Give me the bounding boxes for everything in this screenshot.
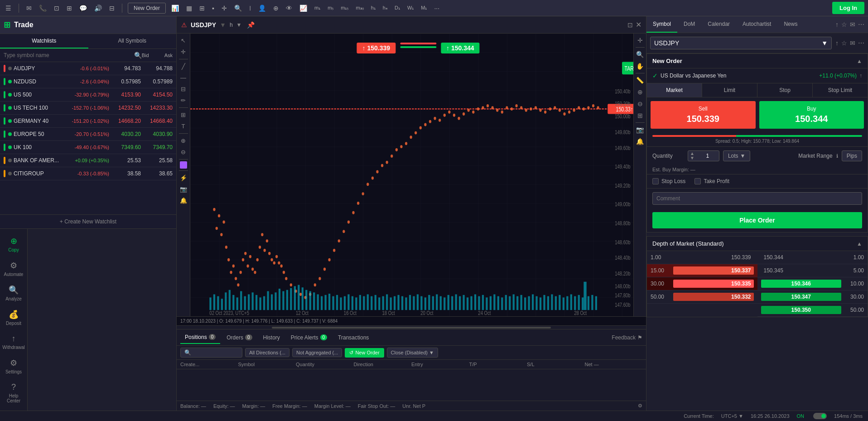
chart-timeframe[interactable]: h bbox=[230, 22, 233, 28]
comment-input[interactable] bbox=[652, 192, 862, 205]
list-item[interactable]: AUDJPY -0.6 (-0.01%) 94.783 94.788 bbox=[0, 62, 176, 75]
search-input[interactable] bbox=[4, 52, 134, 58]
list-item[interactable]: US 500 -32.90 (-0.79%) 4153.90 4154.50 bbox=[0, 88, 176, 102]
tab-autochartist[interactable]: Autochartist bbox=[736, 16, 777, 33]
channel-tool[interactable]: ⊟ bbox=[179, 84, 188, 94]
dots-icon[interactable]: ⋯ bbox=[858, 21, 864, 28]
share-icon[interactable]: ↑ bbox=[835, 21, 839, 28]
sell-box[interactable]: Sell 150.339 bbox=[651, 101, 756, 129]
timezone-value[interactable]: UTC+5 ▼ bbox=[721, 413, 743, 419]
tiles-icon[interactable]: ⊞ bbox=[198, 4, 207, 13]
favorite-btn[interactable]: ☆ bbox=[841, 39, 847, 47]
grid-icon[interactable]: ⊟ bbox=[107, 4, 116, 13]
timeframe-dropdown[interactable]: ▼ bbox=[236, 22, 242, 28]
collapse-btn[interactable]: ▲ bbox=[857, 58, 862, 64]
dots-icon[interactable]: ⁞ bbox=[247, 4, 253, 13]
list-item[interactable]: US TECH 100 -152.70 (-1.06%) 14232.50 14… bbox=[0, 102, 176, 115]
bar-icon[interactable]: ▪ bbox=[210, 4, 216, 13]
tab-stop[interactable]: Stop bbox=[757, 83, 813, 97]
m1-label[interactable]: m₁ bbox=[313, 4, 322, 12]
m15-label[interactable]: m₁₅ bbox=[339, 4, 350, 12]
email-icon[interactable]: ✉ bbox=[24, 4, 34, 13]
symbol-selector[interactable]: USDJPY ▼ bbox=[650, 37, 832, 49]
w1-label[interactable]: W₁ bbox=[405, 4, 415, 12]
tab-orders[interactable]: Orders 0 bbox=[222, 332, 256, 344]
take-profit-checkbox[interactable]: Take Profit bbox=[694, 178, 729, 184]
m30-label[interactable]: m₃₀ bbox=[354, 4, 366, 12]
bottom-search-input[interactable] bbox=[193, 350, 238, 355]
layers-icon[interactable]: ⊕ bbox=[271, 4, 280, 13]
ruler-rt-btn[interactable]: 📏 bbox=[635, 75, 645, 85]
sidebar-item-deposit[interactable]: 💰 Deposit bbox=[0, 306, 27, 329]
avatar-icon[interactable]: 👤 bbox=[256, 4, 268, 13]
tab-calendar[interactable]: Calendar bbox=[701, 16, 736, 33]
fib-tool[interactable]: ⊞ bbox=[179, 110, 188, 120]
list-item[interactable]: CITIGROUP -0.33 (-0.85%) 38.58 38.65 bbox=[0, 167, 176, 180]
sidebar-item-help[interactable]: ? Help Center bbox=[0, 379, 27, 407]
create-watchlist-button[interactable]: + Create New Watchlist bbox=[0, 214, 176, 228]
share-symbol-btn[interactable]: ↑ bbox=[835, 39, 839, 47]
pips-dropdown[interactable]: Pips bbox=[842, 150, 862, 161]
sidebar-item-settings[interactable]: ⚙ Settings bbox=[0, 354, 27, 378]
candle-icon[interactable]: 📈 bbox=[298, 4, 309, 13]
eye-icon[interactable]: 👁 bbox=[284, 4, 294, 13]
fit-rt-btn[interactable]: ⊞ bbox=[636, 111, 644, 121]
dom-collapse-btn[interactable]: ▲ bbox=[857, 241, 862, 247]
chart-expand-btn[interactable]: ⊡ bbox=[627, 20, 634, 29]
stop-loss-checkbox[interactable]: Stop Loss bbox=[652, 178, 685, 184]
search-icon[interactable]: 🔍 bbox=[232, 4, 244, 13]
star-icon[interactable]: ☆ bbox=[841, 21, 847, 28]
tab-symbol[interactable]: Symbol bbox=[646, 16, 677, 33]
magnet-tool[interactable]: ⚡ bbox=[178, 173, 189, 183]
status-settings-btn[interactable]: ⚙ bbox=[638, 403, 642, 409]
tab-market[interactable]: Market bbox=[647, 83, 702, 97]
quantity-input[interactable] bbox=[696, 151, 719, 161]
tab-all-symbols[interactable]: All Symbols bbox=[88, 34, 177, 48]
more-btn[interactable]: ⋯ bbox=[858, 39, 864, 47]
m-label[interactable]: M₁ bbox=[419, 4, 429, 12]
directions-dropdown[interactable]: All Directions (... bbox=[245, 348, 289, 357]
line-tool[interactable]: ╱ bbox=[180, 61, 187, 72]
chart-canvas[interactable]: ↑ 150.339 ↑ 150.344 bbox=[190, 34, 646, 316]
menu-icon[interactable]: ☰ bbox=[4, 4, 13, 13]
notify-btn[interactable]: ✉ bbox=[850, 39, 855, 47]
tab-limit[interactable]: Limit bbox=[702, 83, 757, 97]
sidebar-item-analyze[interactable]: 🔍 Analyze bbox=[0, 281, 27, 305]
more-icon[interactable]: ··· bbox=[432, 4, 441, 13]
tab-dom[interactable]: DoM bbox=[677, 16, 701, 33]
buy-box[interactable]: Buy 150.344 bbox=[759, 101, 864, 129]
list-item[interactable]: NZDUSD -2.6 (-0.04%) 0.57985 0.57989 bbox=[0, 75, 176, 88]
tab-news[interactable]: News bbox=[777, 16, 804, 33]
quantity-down-btn[interactable]: ▼ bbox=[688, 156, 696, 160]
chart-pin-icon[interactable]: 📌 bbox=[247, 21, 255, 29]
chart-scroll-bar[interactable] bbox=[177, 325, 646, 329]
h4-label[interactable]: h₄ bbox=[381, 4, 389, 12]
screenshot-rt-btn[interactable]: 📷 bbox=[635, 125, 645, 135]
chat-icon[interactable]: 💬 bbox=[77, 4, 89, 13]
screen-share-icon[interactable]: ⊡ bbox=[52, 4, 61, 13]
tab-watchlists[interactable]: Watchlists bbox=[0, 34, 88, 48]
sidebar-item-copy[interactable]: ⊕ Copy bbox=[0, 232, 27, 256]
sidebar-item-withdrawal[interactable]: ↑ Withdrawal bbox=[0, 330, 27, 353]
screenshot-tool[interactable]: 📷 bbox=[178, 184, 189, 194]
phone-icon[interactable]: 📞 bbox=[37, 4, 48, 13]
list-item[interactable]: UK 100 -49.40 (-0.67%) 7349.60 7349.70 bbox=[0, 141, 176, 154]
scroll-thumb[interactable] bbox=[272, 327, 551, 329]
mail-icon[interactable]: ✉ bbox=[850, 21, 855, 28]
zoom-rt-btn[interactable]: 🔍 bbox=[635, 49, 645, 59]
list-item[interactable]: BANK OF AMER... +0.09 (+0.35%) 25.53 25.… bbox=[0, 154, 176, 167]
zoom-out-tool[interactable]: ⊖ bbox=[179, 147, 188, 157]
list-item[interactable]: EUROPE 50 -20.70 (-0.51%) 4030.20 4030.9… bbox=[0, 128, 176, 141]
market-range-info-icon[interactable]: ℹ bbox=[836, 153, 838, 159]
chart-close-btn[interactable]: ✕ bbox=[636, 20, 641, 29]
crosshair-rt-btn[interactable]: ✛ bbox=[636, 35, 644, 45]
tab-stop-limit[interactable]: Stop Limit bbox=[813, 83, 868, 97]
minus-rt-btn[interactable]: ⊖ bbox=[636, 99, 644, 109]
cursor-tool[interactable]: ↖ bbox=[179, 35, 188, 46]
pan-rt-btn[interactable]: ✋ bbox=[635, 61, 645, 71]
aggregation-dropdown[interactable]: Not Aggregated (... bbox=[292, 348, 342, 357]
crosshair-icon[interactable]: ✛ bbox=[220, 4, 229, 13]
list-item[interactable]: GERMANY 40 -151.20 (-1.02%) 14668.20 146… bbox=[0, 115, 176, 128]
tab-transactions[interactable]: Transactions bbox=[333, 332, 373, 344]
tab-price-alerts[interactable]: Price Alerts 0 bbox=[286, 332, 332, 344]
